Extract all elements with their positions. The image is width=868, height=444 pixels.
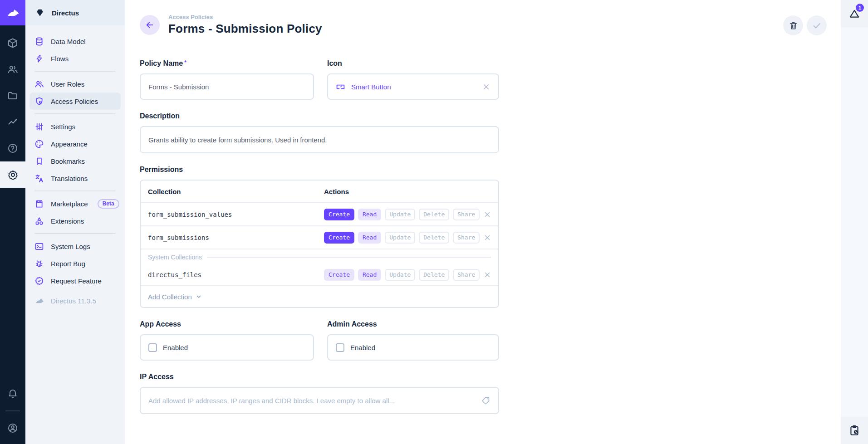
permissions-label: Permissions <box>140 166 499 174</box>
module-bar-divider <box>5 410 20 411</box>
add-collection-button[interactable]: Add Collection <box>141 285 498 307</box>
table-row: directus_files Create Read Update Delete… <box>141 264 498 285</box>
sidebar-item-data-model[interactable]: Data Model <box>29 33 121 50</box>
table-row: form_submission_values Create Read Updat… <box>141 202 498 225</box>
admin-access-label: Admin Access <box>327 320 499 328</box>
action-toggle-delete[interactable]: Delete <box>419 209 449 220</box>
sidebar-item-access-policies[interactable]: Access Policies <box>29 93 121 110</box>
app-access-field: App Access Enabled <box>140 320 314 361</box>
action-toggle-share[interactable]: Share <box>453 232 480 244</box>
policy-name-input[interactable]: Forms - Submission <box>140 73 314 100</box>
app-access-checkbox-field[interactable]: Enabled <box>140 334 314 361</box>
palette-icon <box>34 139 44 149</box>
sidebar-item-version[interactable]: Directus 11.3.5 <box>29 292 121 309</box>
actions-column-header: Actions <box>324 188 349 195</box>
required-asterisk: * <box>184 59 186 66</box>
sidebar-item-appearance[interactable]: Appearance <box>29 135 121 152</box>
action-toggle-delete[interactable]: Delete <box>419 269 449 281</box>
icon-input[interactable]: Smart Button <box>327 73 499 100</box>
gear-icon[interactable] <box>0 161 25 188</box>
sidebar-item-marketplace[interactable]: Marketplace Beta <box>29 195 121 212</box>
project-header[interactable]: Directus <box>25 0 125 25</box>
sidebar-item-bookmarks[interactable]: Bookmarks <box>29 152 121 170</box>
sidebar-item-label: Access Policies <box>51 98 98 105</box>
sidebar-item-user-roles[interactable]: User Roles <box>29 75 121 93</box>
description-input[interactable]: Grants ability to create form submission… <box>140 126 499 153</box>
permissions-table-header: Collection Actions <box>141 181 498 202</box>
bug-icon <box>34 259 44 268</box>
action-toggle-update[interactable]: Update <box>385 232 415 244</box>
title-block: Access Policies Forms - Submission Polic… <box>168 14 322 36</box>
action-toggle-read[interactable]: Read <box>358 269 381 281</box>
pending-tasks-button[interactable] <box>841 417 868 444</box>
action-toggle-update[interactable]: Update <box>385 269 415 281</box>
cube-icon[interactable] <box>0 30 25 56</box>
icon-field: Icon Smart Button <box>327 59 499 100</box>
action-toggle-read[interactable]: Read <box>358 209 381 220</box>
delete-button[interactable] <box>783 15 803 35</box>
nav-divider <box>34 233 116 234</box>
remove-collection-icon[interactable] <box>483 234 491 242</box>
terminal-icon <box>34 242 44 251</box>
help-icon[interactable] <box>0 135 25 161</box>
action-toggle-update[interactable]: Update <box>385 209 415 220</box>
account-icon[interactable] <box>0 415 25 441</box>
save-button[interactable] <box>807 15 827 35</box>
collection-name: directus_files <box>148 271 324 278</box>
actions-cell: Create Read Update Delete Share <box>324 269 491 281</box>
database-icon <box>34 37 44 46</box>
action-toggle-delete[interactable]: Delete <box>419 232 449 244</box>
icon-label: Icon <box>327 59 499 68</box>
action-toggle-create[interactable]: Create <box>324 232 354 244</box>
remove-collection-icon[interactable] <box>483 271 491 279</box>
action-toggle-create[interactable]: Create <box>324 209 354 220</box>
policy-form: Policy Name* Forms - Submission Icon Sma… <box>140 59 499 414</box>
icon-value: Smart Button <box>351 83 391 91</box>
close-icon[interactable] <box>482 83 490 91</box>
bell-icon[interactable] <box>0 381 25 407</box>
sidebar-item-report-bug[interactable]: Report Bug <box>29 255 121 272</box>
insights-icon[interactable] <box>0 109 25 135</box>
project-logo-icon <box>35 8 45 18</box>
right-sidebar: 1 <box>841 0 868 444</box>
sidebar-item-settings[interactable]: Settings <box>29 118 121 135</box>
trash-icon <box>789 21 798 30</box>
sliders-icon <box>34 122 44 132</box>
back-button[interactable] <box>140 15 160 35</box>
action-toggle-share[interactable]: Share <box>453 209 480 220</box>
system-collections-divider: System Collections <box>141 249 498 264</box>
admin-access-checkbox[interactable] <box>336 343 344 352</box>
module-list <box>0 30 25 188</box>
sidebar-item-label: Request Feature <box>51 277 102 285</box>
shield-badge-icon <box>34 97 44 106</box>
project-name: Directus <box>52 9 79 17</box>
breadcrumb[interactable]: Access Policies <box>168 14 322 20</box>
nav-divider <box>34 190 116 191</box>
divider-line <box>207 257 491 258</box>
check-icon <box>812 20 822 30</box>
clipboard-clock-icon <box>848 424 860 436</box>
storefront-icon <box>34 199 44 209</box>
action-toggle-read[interactable]: Read <box>358 232 381 244</box>
admin-access-checkbox-field[interactable]: Enabled <box>327 334 499 361</box>
notifications-button[interactable]: 1 <box>841 0 868 27</box>
action-toggle-share[interactable]: Share <box>453 269 480 281</box>
folder-icon[interactable] <box>0 83 25 109</box>
sidebar-item-label: Translations <box>51 175 88 182</box>
ip-access-input[interactable]: Add allowed IP addresses, IP ranges and … <box>140 387 499 414</box>
header-actions <box>783 15 827 35</box>
remove-collection-icon[interactable] <box>483 210 491 219</box>
users-icon[interactable] <box>0 56 25 83</box>
action-toggle-create[interactable]: Create <box>324 269 354 281</box>
sidebar-item-system-logs[interactable]: System Logs <box>29 238 121 255</box>
sidebar-item-extensions[interactable]: Extensions <box>29 212 121 229</box>
sidebar-item-flows[interactable]: Flows <box>29 50 121 67</box>
sidebar-item-request-feature[interactable]: Request Feature <box>29 272 121 289</box>
module-bar-bottom <box>0 381 25 444</box>
app-access-checkbox[interactable] <box>148 343 157 352</box>
directus-rabbit-small-icon <box>34 296 44 306</box>
sidebar-item-translations[interactable]: Translations <box>29 170 121 187</box>
app-access-checkbox-label: Enabled <box>163 344 188 351</box>
sidebar-item-label: Marketplace <box>51 200 88 208</box>
directus-rabbit-icon[interactable] <box>0 0 25 25</box>
